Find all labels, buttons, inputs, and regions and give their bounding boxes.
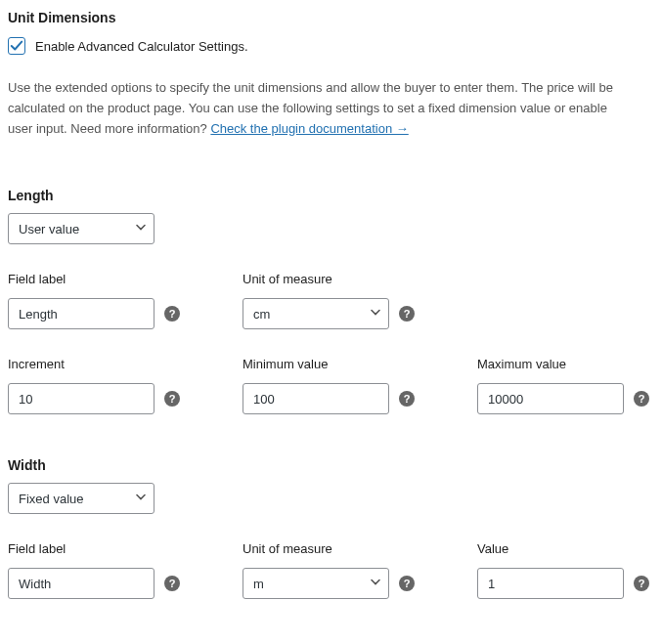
width-field-label-caption: Field label xyxy=(8,541,184,556)
enable-checkbox-row: Enable Advanced Calculator Settings. xyxy=(8,37,654,55)
length-max-input[interactable] xyxy=(477,383,624,414)
check-icon xyxy=(10,39,23,53)
help-icon[interactable]: ? xyxy=(399,391,415,407)
help-icon[interactable]: ? xyxy=(164,306,180,322)
length-unit-select-wrap: cm xyxy=(243,298,389,329)
help-icon[interactable]: ? xyxy=(634,391,649,407)
length-min-col: Minimum value ? xyxy=(243,357,419,414)
length-heading: Length xyxy=(8,188,654,203)
section-title: Unit Dimensions xyxy=(8,10,654,25)
length-increment-caption: Increment xyxy=(8,357,184,371)
enable-checkbox[interactable] xyxy=(8,37,25,55)
length-min-input[interactable] xyxy=(243,383,389,414)
width-value-col: Value ? xyxy=(477,541,653,599)
width-field-label-col: Field label ? xyxy=(8,541,184,599)
width-heading: Width xyxy=(8,457,654,473)
length-unit-col: Unit of measure cm ? xyxy=(243,272,419,329)
width-unit-select-wrap: m xyxy=(243,568,389,599)
width-row-1: Field label ? Unit of measure m ? Value … xyxy=(8,541,654,599)
length-field-label-col: Field label ? xyxy=(8,272,184,329)
length-field-label-input[interactable] xyxy=(8,298,154,329)
enable-checkbox-label: Enable Advanced Calculator Settings. xyxy=(35,39,248,54)
length-field-label-caption: Field label xyxy=(8,272,184,286)
length-row-1: Field label ? Unit of measure cm ? xyxy=(8,272,654,329)
width-value-input[interactable] xyxy=(477,568,624,599)
doc-link[interactable]: Check the plugin documentation → xyxy=(210,121,408,136)
width-mode-select-wrap: Fixed value xyxy=(8,483,154,514)
length-max-caption: Maximum value xyxy=(477,357,653,371)
length-unit-select[interactable]: cm xyxy=(243,298,389,329)
length-min-caption: Minimum value xyxy=(243,357,419,371)
help-icon[interactable]: ? xyxy=(164,576,180,591)
length-unit-caption: Unit of measure xyxy=(243,272,419,286)
help-icon[interactable]: ? xyxy=(399,576,415,591)
width-field-label-input[interactable] xyxy=(8,568,154,599)
help-icon[interactable]: ? xyxy=(634,576,649,591)
length-max-col: Maximum value ? xyxy=(477,357,653,414)
width-unit-select[interactable]: m xyxy=(243,568,389,599)
length-increment-input[interactable] xyxy=(8,383,154,414)
length-increment-col: Increment ? xyxy=(8,357,184,414)
width-value-caption: Value xyxy=(477,541,653,556)
length-row-2: Increment ? Minimum value ? Maximum valu… xyxy=(8,357,654,414)
description-text: Use the extended options to specify the … xyxy=(8,78,634,139)
length-mode-select[interactable]: User value xyxy=(8,213,154,244)
width-unit-col: Unit of measure m ? xyxy=(243,541,419,599)
help-icon[interactable]: ? xyxy=(399,306,415,322)
length-mode-select-wrap: User value xyxy=(8,213,154,244)
width-mode-select[interactable]: Fixed value xyxy=(8,483,154,514)
width-unit-caption: Unit of measure xyxy=(243,541,419,556)
help-icon[interactable]: ? xyxy=(164,391,180,407)
